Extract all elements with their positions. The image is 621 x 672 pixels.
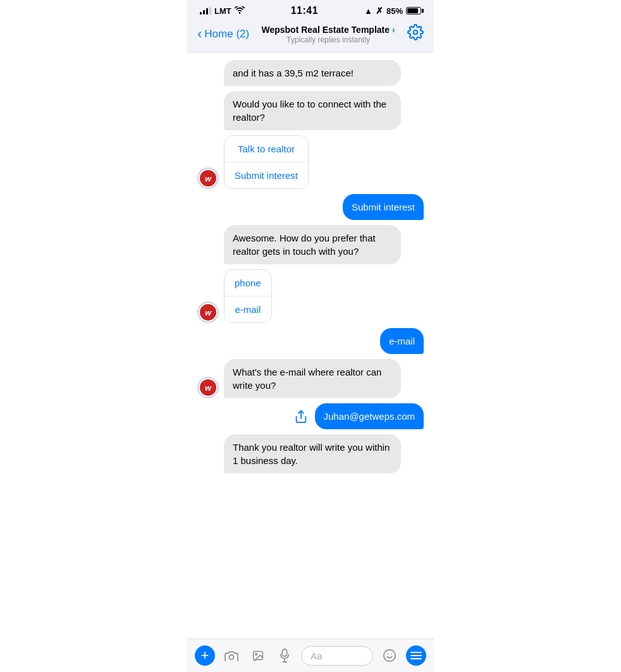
input-placeholder: Aa: [310, 651, 322, 661]
settings-button[interactable]: [407, 24, 424, 44]
bot-message-touch: Awesome. How do you prefer that realtor …: [224, 225, 424, 264]
chevron-left-icon: ‹: [197, 27, 202, 41]
bot-options-row-2: w phone e-mail: [197, 267, 424, 323]
submit-interest-button-1[interactable]: Submit interest: [224, 162, 308, 188]
bot-avatar-letter-2: w: [200, 304, 216, 321]
nav-center: Wepsbot Real Estate Template › Typically…: [261, 25, 395, 44]
bot-bubble-connect: Would you like to to connect with the re…: [224, 91, 401, 130]
options-card-2[interactable]: phone e-mail: [224, 269, 272, 323]
bot-options-row-1: w Talk to realtor Submit interest: [197, 133, 424, 189]
back-label: Home (2): [204, 28, 249, 40]
svg-rect-6: [282, 649, 286, 656]
battery-icon: [406, 7, 421, 15]
carrier-label: LMT: [214, 6, 231, 16]
talk-to-realtor-button[interactable]: Talk to realtor: [224, 136, 308, 162]
signal-bar-1: [200, 12, 202, 15]
message-input[interactable]: Aa: [301, 646, 373, 666]
user-bubble-email-address: Juhan@getweps.com: [315, 403, 424, 429]
signal-bar-3: [206, 8, 208, 15]
bot-message-thanks-row: Thank you realtor will write you within …: [197, 434, 424, 473]
battery-percent: 85%: [386, 6, 403, 16]
bot-message-touch-group: Awesome. How do you prefer that realtor …: [197, 225, 424, 323]
bot-bubble-thanks: Thank you realtor will write you within …: [224, 434, 401, 473]
bot-bubble: and it has a 39,5 m2 terrace!: [224, 60, 401, 86]
photo-library-button[interactable]: [248, 645, 268, 666]
menu-button[interactable]: [406, 645, 426, 666]
status-bar: LMT 11:41 ▲ ✗ 85%: [187, 0, 434, 19]
svg-point-1: [414, 30, 418, 35]
svg-point-0: [239, 12, 240, 13]
options-card-1[interactable]: Talk to realtor Submit interest: [224, 135, 309, 189]
bot-avatar-letter: w: [200, 170, 216, 186]
user-message-submit: Submit interest: [197, 194, 424, 220]
user-bubble-submit: Submit interest: [343, 194, 424, 220]
nav-title: Wepsbot Real Estate Template ›: [261, 25, 395, 35]
status-right: ▲ ✗ 85%: [364, 6, 421, 16]
bot-avatar-2: w: [197, 302, 219, 323]
svg-point-5: [255, 654, 257, 655]
nav-subtitle: Typically replies instantly: [261, 35, 395, 44]
bot-avatar-letter-3: w: [200, 379, 216, 396]
status-left: LMT: [200, 6, 245, 16]
bottom-toolbar: + Aa: [187, 638, 434, 672]
back-button[interactable]: ‹ Home (2): [197, 27, 249, 41]
chat-area: and it has a 39,5 m2 terrace! Would you …: [187, 52, 434, 638]
bot-bubble-touch: Awesome. How do you prefer that realtor …: [224, 225, 401, 264]
plus-icon: +: [201, 649, 209, 663]
bot-avatar-1: w: [197, 168, 219, 189]
camera-button[interactable]: [221, 645, 242, 666]
email-button[interactable]: e-mail: [224, 296, 271, 322]
location-arrow-icon: ▲: [364, 6, 372, 16]
nav-title-text: Wepsbot Real Estate Template: [261, 25, 390, 35]
bot-bubble-ask-email: What's the e-mail where realtor can writ…: [224, 359, 401, 398]
plus-button[interactable]: +: [195, 645, 215, 666]
nav-header: ‹ Home (2) Wepsbot Real Estate Template …: [187, 19, 434, 52]
bot-message-ask-email-row: w What's the e-mail where realtor can wr…: [197, 359, 424, 398]
svg-rect-4: [254, 651, 263, 659]
battery-fill: [407, 8, 418, 13]
signal-bar-4: [209, 7, 211, 15]
status-time: 11:41: [291, 5, 318, 16]
signal-bars: [200, 7, 211, 15]
signal-bar-2: [203, 10, 205, 15]
svg-point-3: [229, 655, 233, 659]
user-message-email: e-mail: [197, 328, 424, 354]
phone-frame: LMT 11:41 ▲ ✗ 85% ‹ Home (2) Wepsb: [187, 0, 434, 672]
bluetooth-icon: ✗: [376, 6, 383, 16]
bot-message-connect-group: Would you like to to connect with the re…: [197, 91, 424, 189]
wifi-icon: [235, 6, 245, 16]
user-message-email-address: Juhan@getweps.com: [197, 403, 424, 429]
user-bubble-email: e-mail: [380, 328, 424, 354]
nav-chevron-icon: ›: [392, 25, 395, 35]
emoji-button[interactable]: [379, 645, 400, 666]
mic-button[interactable]: [274, 645, 295, 666]
bot-message-connect: Would you like to to connect with the re…: [224, 91, 424, 130]
phone-button[interactable]: phone: [224, 270, 271, 296]
bot-avatar-3: w: [197, 377, 219, 398]
share-icon[interactable]: [292, 408, 310, 425]
svg-point-9: [384, 650, 395, 661]
bot-message-terrace: and it has a 39,5 m2 terrace!: [224, 60, 424, 86]
